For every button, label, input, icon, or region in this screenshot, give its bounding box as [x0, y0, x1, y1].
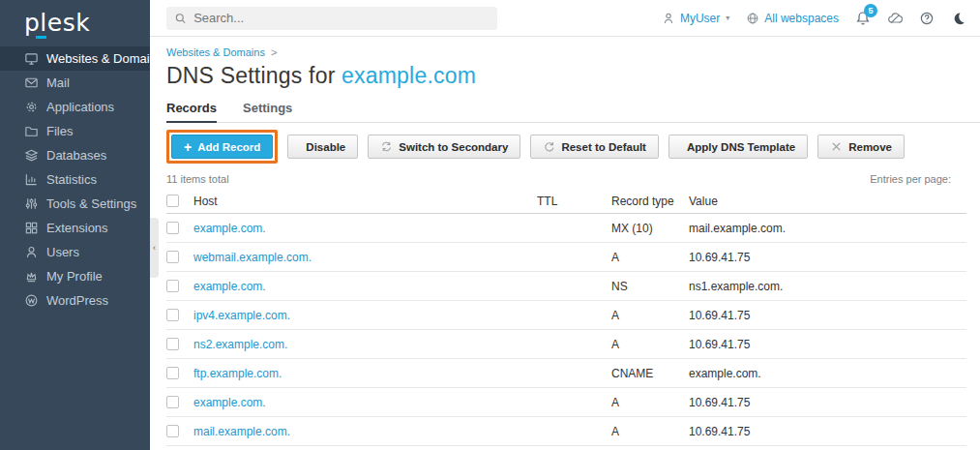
row-value-cell: mail.example.com.	[689, 222, 966, 235]
add-record-button[interactable]: + Add Record	[171, 135, 273, 159]
user-menu[interactable]: MyUser ▾	[662, 12, 729, 25]
toolbar-button[interactable]: Remove	[817, 135, 905, 159]
sidebar: plesk Websites & Domains Mail Applicatio…	[0, 0, 150, 450]
row-checkbox-cell	[166, 367, 193, 379]
table-header-row: Host TTL Record type Value	[166, 189, 966, 214]
row-type-cell: A	[611, 309, 689, 322]
monitor-icon	[24, 51, 39, 66]
sidebar-item[interactable]: My Profile	[0, 264, 150, 288]
sidebar-item-label: WordPress	[46, 293, 108, 308]
host-link[interactable]: ipv4.example.com.	[193, 309, 290, 322]
tabs: Records Settings	[166, 101, 980, 123]
breadcrumb-separator: >	[271, 46, 277, 58]
reset-icon	[543, 140, 555, 153]
sidebar-item[interactable]: Databases	[0, 143, 150, 167]
sidebar-item-label: My Profile	[46, 269, 103, 284]
host-link[interactable]: example.com.	[193, 280, 266, 293]
search-box[interactable]	[166, 7, 497, 30]
column-header-host: Host	[193, 195, 537, 208]
table-row: ftp.example.com. CNAME example.com.	[166, 359, 966, 388]
switch-icon	[380, 140, 393, 153]
row-checkbox-cell	[166, 425, 193, 437]
tab[interactable]: Records	[166, 101, 217, 123]
sidebar-item[interactable]: Files	[0, 119, 150, 143]
row-value-cell: 10.69.41.75	[689, 425, 966, 438]
user-label: MyUser	[680, 12, 720, 25]
table-row: example.com. A 10.69.41.75	[166, 388, 966, 417]
search-input[interactable]	[193, 11, 490, 25]
annotation-highlight-box: + Add Record	[166, 130, 278, 164]
table-row: example.com. NS ns1.example.com.	[166, 272, 966, 301]
row-checkbox[interactable]	[166, 396, 179, 408]
chevron-down-icon: ▾	[726, 14, 729, 22]
feedback-button[interactable]	[887, 11, 903, 26]
notifications-button[interactable]: 5	[855, 11, 871, 26]
content: Websites & Domains > DNS Settings for ex…	[150, 37, 980, 450]
dns-records-table: Host TTL Record type Value example.com. …	[166, 189, 966, 450]
chart-icon	[24, 172, 39, 187]
sidebar-item-label: Websites & Domains	[46, 51, 163, 66]
select-all-checkbox[interactable]	[166, 195, 179, 207]
sidebar-item-label: Statistics	[46, 172, 97, 187]
row-checkbox[interactable]	[166, 367, 179, 379]
row-checkbox[interactable]	[166, 309, 179, 321]
dark-mode-toggle[interactable]	[951, 11, 966, 26]
toolbar-button-label: Disable	[306, 141, 345, 153]
main-area: MyUser ▾ All webspaces 5	[150, 0, 980, 450]
row-checkbox-cell	[166, 251, 193, 263]
sidebar-item[interactable]: Mail	[0, 71, 150, 95]
moon-icon	[951, 11, 966, 26]
row-checkbox[interactable]	[166, 280, 179, 292]
row-checkbox-cell	[166, 338, 193, 350]
toolbar: + Add Record Disable Switch to Secondary…	[166, 130, 966, 164]
host-link[interactable]: ftp.example.com.	[193, 367, 282, 380]
folder-icon	[24, 124, 39, 138]
search-icon	[174, 12, 187, 25]
toolbar-button[interactable]: Reset to Default	[530, 135, 659, 159]
tab[interactable]: Settings	[243, 101, 292, 122]
page-title: DNS Settings for example.com	[166, 63, 966, 89]
host-link[interactable]: mail.example.com.	[193, 425, 290, 438]
row-value-cell: 10.69.41.75	[689, 251, 966, 264]
toolbar-button-label: Apply DNS Template	[687, 141, 795, 153]
host-link[interactable]: ns2.example.com.	[193, 338, 287, 351]
host-link[interactable]: webmail.example.com.	[193, 251, 312, 264]
sidebar-item[interactable]: Applications	[0, 95, 150, 119]
row-value-cell: 10.69.41.75	[689, 396, 966, 409]
toolbar-button-label: Reset to Default	[561, 141, 646, 153]
tab-label: Records	[166, 101, 217, 115]
breadcrumb-link-websites-domains[interactable]: Websites & Domains	[166, 46, 265, 58]
sidebar-item[interactable]: Users	[0, 240, 150, 264]
sidebar-item[interactable]: Statistics	[0, 167, 150, 192]
toolbar-button[interactable]: Disable	[287, 135, 358, 159]
breadcrumb: Websites & Domains >	[166, 46, 966, 58]
help-button[interactable]	[919, 11, 935, 26]
sidebar-item[interactable]: Tools & Settings	[0, 192, 150, 216]
host-link[interactable]: example.com.	[193, 396, 266, 409]
plus-icon: +	[184, 140, 192, 154]
host-link[interactable]: example.com.	[193, 222, 266, 235]
row-checkbox[interactable]	[166, 251, 179, 263]
sidebar-item[interactable]: Websites & Domains	[0, 46, 150, 71]
sidebar-item[interactable]: Extensions	[0, 216, 150, 240]
row-checkbox[interactable]	[166, 222, 179, 234]
extensions-icon	[24, 221, 39, 235]
row-checkbox[interactable]	[166, 338, 179, 350]
plesk-logo-text: plesk	[24, 11, 150, 35]
sidebar-item[interactable]: WordPress	[0, 288, 150, 313]
row-checkbox[interactable]	[166, 425, 179, 437]
toolbar-button[interactable]: Apply DNS Template	[668, 135, 808, 159]
gear-icon	[24, 100, 39, 114]
webspace-selector[interactable]: All webspaces	[746, 12, 839, 25]
row-host-cell: example.com.	[193, 222, 537, 235]
row-host-cell: webmail.example.com.	[193, 251, 537, 264]
row-host-cell: mail.example.com.	[193, 425, 537, 438]
sidebar-collapse-handle[interactable]: ‹	[150, 218, 159, 278]
row-type-cell: A	[611, 338, 689, 351]
topbar: MyUser ▾ All webspaces 5	[150, 0, 980, 37]
row-type-cell: A	[611, 396, 689, 409]
topbar-right: MyUser ▾ All webspaces 5	[662, 11, 966, 26]
plesk-logo[interactable]: plesk	[0, 0, 150, 39]
toolbar-button[interactable]: Switch to Secondary	[368, 135, 520, 159]
mail-icon	[24, 75, 39, 90]
